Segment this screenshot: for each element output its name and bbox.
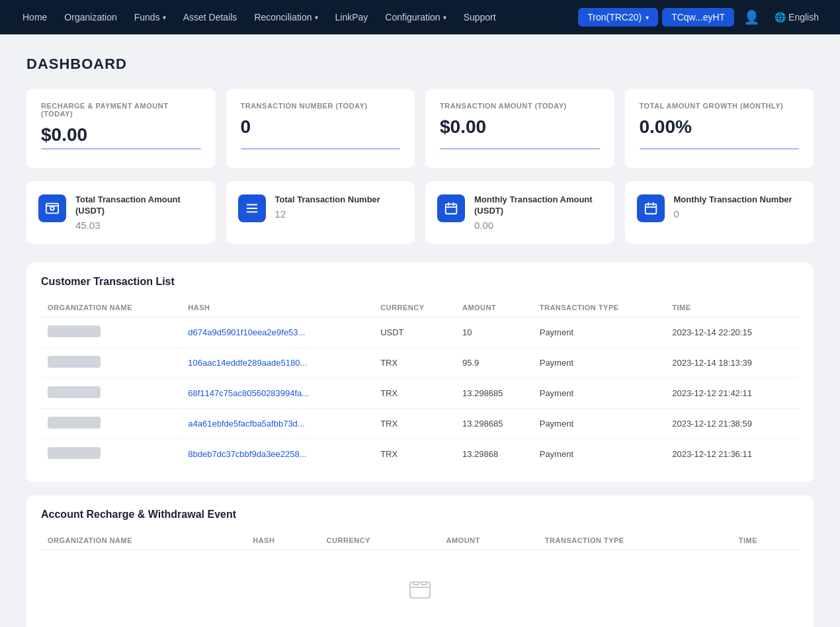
chevron-down-icon: ▾: [443, 14, 446, 21]
user-profile-button[interactable]: 👤: [738, 7, 765, 28]
nav-funds[interactable]: Funds ▾: [128, 8, 173, 26]
cell-org: [41, 439, 181, 469]
chevron-down-icon: ▾: [315, 14, 318, 21]
cell-txn-type: Payment: [533, 317, 665, 347]
cell-currency: USDT: [374, 317, 456, 347]
acc-col-txn-type: TRANSACTION TYPE: [538, 531, 732, 550]
stat-card-txn-number: TRANSACTION NUMBER (TODAY) 0: [226, 89, 415, 168]
bottom-stat-cards: Total Transaction Amount (USDT) 45.03 To…: [26, 181, 814, 244]
stat-card-growth: TOTAL AMOUNT GROWTH (MONTHLY) 0.00%: [625, 89, 814, 168]
monthly-amount-label: Monthly Transaction Amount (USDT): [474, 194, 603, 217]
stat-value-txn-amount: $0.00: [440, 116, 600, 138]
table-row: 8bdeb7dc37cbbf9da3ee2258... TRX 13.29868…: [41, 439, 799, 469]
cell-time: 2023-12-14 18:13:39: [665, 347, 799, 378]
acc-col-currency: CURRENCY: [320, 531, 440, 550]
cell-time: 2023-12-12 21:38:59: [665, 408, 799, 439]
col-amount: AMOUNT: [456, 298, 533, 317]
stat-card-total-amount: Total Transaction Amount (USDT) 45.03: [26, 181, 216, 244]
stat-label-growth: TOTAL AMOUNT GROWTH (MONTHLY): [640, 102, 800, 110]
table-row: 68f1147c75ac80560283994fa... TRX 13.2986…: [41, 378, 799, 408]
cell-currency: TRX: [374, 408, 456, 439]
cell-hash[interactable]: 106aac14eddfe289aade5180...: [181, 347, 374, 378]
cell-org: [41, 347, 181, 378]
cell-currency: TRX: [374, 439, 456, 469]
cell-hash[interactable]: 8bdeb7dc37cbbf9da3ee2258...: [181, 439, 374, 469]
tron-network-button[interactable]: Tron(TRC20) ▾: [578, 8, 658, 26]
chevron-down-icon: ▾: [646, 14, 649, 21]
table-row: d674a9d5901f10eea2e9fe53... USDT 10 Paym…: [41, 317, 799, 347]
nav-reconciliation[interactable]: Reconciliation ▾: [247, 8, 324, 26]
cell-hash[interactable]: 68f1147c75ac80560283994fa...: [181, 378, 374, 408]
col-org-name: ORGANIZATION NAME: [41, 298, 181, 317]
total-number-label: Total Transaction Number: [275, 194, 380, 206]
stat-label-txn-amount: TRANSACTION AMOUNT (TODAY): [440, 102, 600, 110]
svg-rect-9: [421, 582, 427, 585]
cell-txn-type: Payment: [533, 378, 665, 408]
cell-currency: TRX: [374, 347, 456, 378]
col-txn-type: TRANSACTION TYPE: [533, 298, 665, 317]
table-row: a4a61ebfde5facfba5afbb73d... TRX 13.2986…: [41, 408, 799, 439]
stat-divider: [241, 148, 401, 149]
acc-col-time: TIME: [732, 531, 799, 550]
nav-asset-details[interactable]: Asset Details: [177, 8, 244, 26]
account-table-body: [41, 550, 799, 627]
svg-rect-2: [246, 204, 257, 206]
nav-linkpay[interactable]: LinkPay: [329, 8, 375, 26]
svg-rect-5: [446, 204, 457, 214]
stat-value-growth: 0.00%: [640, 116, 800, 138]
customer-table-title: Customer Transaction List: [41, 276, 799, 288]
navigation: Home Organization Funds ▾ Asset Details …: [0, 0, 840, 34]
monthly-amount-value: 0.00: [474, 220, 603, 231]
nav-home[interactable]: Home: [16, 8, 54, 26]
cell-hash[interactable]: d674a9d5901f10eea2e9fe53...: [181, 317, 374, 347]
svg-rect-4: [246, 212, 257, 213]
total-amount-label: Total Transaction Amount (USDT): [75, 194, 204, 217]
svg-rect-3: [246, 208, 257, 209]
language-selector[interactable]: 🌐 English: [769, 8, 824, 26]
nav-support[interactable]: Support: [457, 8, 503, 26]
calendar-number-icon: [637, 194, 665, 222]
acc-col-amount: AMOUNT: [440, 531, 538, 550]
nav-configuration[interactable]: Configuration ▾: [378, 8, 452, 26]
nav-organization[interactable]: Organization: [58, 8, 123, 26]
svg-point-1: [50, 206, 54, 210]
stat-divider: [640, 148, 800, 149]
cell-txn-type: Payment: [533, 408, 665, 439]
stat-card-total-number: Total Transaction Number 12: [226, 181, 415, 244]
col-currency: CURRENCY: [374, 298, 456, 317]
svg-rect-8: [413, 582, 419, 585]
svg-rect-0: [46, 204, 58, 214]
account-recharge-section: Account Recharge & Withdrawal Event ORGA…: [26, 495, 814, 627]
account-recharge-table: ORGANIZATION NAME HASH CURRENCY AMOUNT T…: [41, 531, 799, 627]
cell-hash[interactable]: a4a61ebfde5facfba5afbb73d...: [181, 408, 374, 439]
cell-amount: 13.298685: [456, 408, 533, 439]
acc-col-org-name: ORGANIZATION NAME: [41, 531, 246, 550]
account-table-title: Account Recharge & Withdrawal Event: [41, 509, 799, 521]
empty-state-icon: [41, 550, 799, 627]
stat-card-monthly-number: Monthly Transaction Number 0: [625, 181, 814, 244]
cell-org: [41, 317, 181, 347]
customer-transaction-section: Customer Transaction List ORGANIZATION N…: [26, 263, 814, 482]
monthly-number-label: Monthly Transaction Number: [674, 194, 792, 206]
wallet-address-button[interactable]: TCqw...eyHT: [662, 8, 734, 26]
dollar-icon: [38, 194, 66, 222]
stat-value-recharge: $0.00: [41, 124, 201, 146]
calendar-icon: [437, 194, 465, 222]
globe-icon: 🌐: [775, 12, 786, 22]
stat-divider: [440, 148, 600, 149]
total-amount-value: 45.03: [75, 220, 204, 231]
page-title: DASHBOARD: [26, 56, 814, 73]
acc-col-hash: HASH: [246, 531, 319, 550]
cell-amount: 13.29868: [456, 439, 533, 469]
stat-card-recharge: RECHARGE & PAYMENT AMOUNT (TODAY) $0.00: [26, 89, 216, 168]
customer-table-body: d674a9d5901f10eea2e9fe53... USDT 10 Paym…: [41, 317, 799, 469]
stat-label-txn-number: TRANSACTION NUMBER (TODAY): [241, 102, 401, 110]
col-hash: HASH: [181, 298, 374, 317]
top-stat-cards: RECHARGE & PAYMENT AMOUNT (TODAY) $0.00 …: [26, 89, 814, 168]
table-row: 106aac14eddfe289aade5180... TRX 95.9 Pay…: [41, 347, 799, 378]
col-time: TIME: [665, 298, 799, 317]
cell-time: 2023-12-12 21:36:11: [665, 439, 799, 469]
stat-card-monthly-amount: Monthly Transaction Amount (USDT) 0.00: [425, 181, 614, 244]
monthly-number-value: 0: [674, 208, 792, 220]
cell-time: 2023-12-12 21:42:11: [665, 378, 799, 408]
